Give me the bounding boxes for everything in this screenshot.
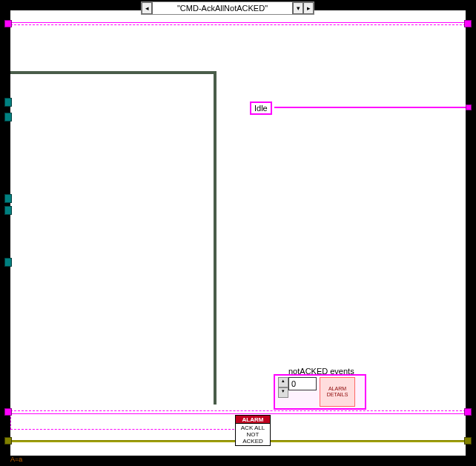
alarm-subvi-line3: ACKED xyxy=(236,438,270,445)
case-structure-border-left xyxy=(0,0,10,466)
numeric-index-field[interactable]: 0 xyxy=(288,377,317,390)
alarm-subvi-line1: ACK ALL xyxy=(236,425,270,431)
cluster-wire-bottom-branch xyxy=(10,413,234,430)
tunnel-left-a xyxy=(4,98,12,107)
cluster-wire-top xyxy=(10,22,466,25)
tunnel-left-bottom xyxy=(4,408,12,416)
numeric-index-value: 0 xyxy=(291,379,296,388)
idle-enum-constant[interactable]: Idle xyxy=(250,101,272,115)
tunnel-right-bottom xyxy=(464,408,472,416)
tunnel-left-error xyxy=(4,437,12,445)
numeric-index-spinner[interactable]: ▴ ▾ xyxy=(278,377,288,398)
case-next-arrow[interactable]: ▸ xyxy=(303,2,314,14)
tunnel-left-e xyxy=(4,258,12,267)
index-terminal: A=a xyxy=(10,456,22,463)
notacked-cluster[interactable]: ▴ ▾ 0 ALARM DETAILS xyxy=(278,377,355,407)
case-label[interactable]: "CMD-AckAllNotACKED" xyxy=(152,2,293,14)
spinner-up-icon[interactable]: ▴ xyxy=(278,377,288,387)
alarm-subvi-body: ACK ALL NOT ACKED xyxy=(235,424,271,446)
spinner-down-icon[interactable]: ▾ xyxy=(278,387,288,398)
case-prev-arrow[interactable]: ◂ xyxy=(142,2,152,14)
tunnel-left-top xyxy=(4,20,12,27)
case-structure-border-bottom xyxy=(0,456,476,466)
inner-loop-structure xyxy=(10,71,216,405)
idle-enum-label: Idle xyxy=(254,104,268,113)
alarm-details-label: ALARM DETAILS xyxy=(320,386,354,398)
case-structure-border-right xyxy=(466,0,476,466)
tunnel-left-d xyxy=(4,206,12,215)
tunnel-left-c xyxy=(4,194,12,203)
tunnel-left-b xyxy=(4,113,12,122)
alarm-subvi-header: ALARM xyxy=(235,415,271,424)
tunnel-right-top xyxy=(464,20,472,27)
idle-wire xyxy=(274,107,466,108)
tunnel-right-error xyxy=(464,437,472,445)
alarm-subvi-line2: NOT xyxy=(236,431,270,438)
case-selector[interactable]: ◂ "CMD-AckAllNotACKED" ▾ ▸ xyxy=(141,1,314,15)
alarm-ack-all-subvi[interactable]: ALARM ACK ALL NOT ACKED xyxy=(235,415,271,446)
alarm-details-element[interactable]: ALARM DETAILS xyxy=(320,377,355,407)
tunnel-right-idle xyxy=(466,104,472,110)
case-dropdown-arrow[interactable]: ▾ xyxy=(293,2,303,14)
